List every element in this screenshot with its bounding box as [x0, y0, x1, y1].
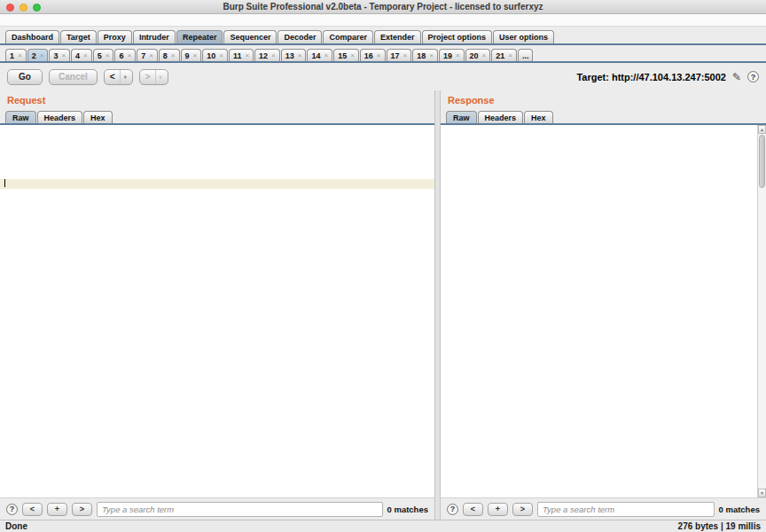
chevron-down-icon[interactable]: ▾ [120, 70, 127, 84]
close-tab-icon[interactable]: × [18, 51, 22, 59]
repeater-tab[interactable]: ... [518, 49, 534, 61]
scroll-down-icon[interactable]: ▼ [758, 489, 766, 497]
scroll-up-icon[interactable]: ▲ [758, 125, 766, 134]
search-prev-button[interactable]: < [22, 503, 43, 516]
close-tab-icon[interactable]: × [482, 51, 487, 59]
repeater-tab[interactable]: 12× [254, 49, 280, 61]
repeater-tab[interactable]: 20× [465, 49, 491, 61]
close-tab-icon[interactable]: × [350, 51, 355, 59]
response-view-tab[interactable]: Hex [524, 111, 553, 123]
code-line [0, 179, 434, 189]
repeater-tab[interactable]: 21× [491, 49, 517, 61]
search-add-button[interactable]: + [488, 503, 508, 516]
close-tab-icon[interactable]: × [508, 51, 512, 59]
split-divider[interactable] [434, 90, 441, 520]
close-tab-icon[interactable]: × [40, 51, 44, 59]
main-tab[interactable]: Project options [422, 30, 493, 43]
vertical-scrollbar[interactable]: ▲ ▼ [757, 125, 766, 497]
main-tab[interactable]: Sequencer [223, 30, 277, 43]
close-tab-icon[interactable]: × [377, 51, 381, 59]
repeater-tab-label: 14 [311, 51, 320, 60]
repeater-tab-label: ... [522, 51, 529, 60]
repeater-tab[interactable]: 4× [71, 49, 92, 61]
response-panel: Response Raw Headers Hex [441, 90, 766, 520]
main-tab[interactable]: User options [493, 30, 554, 43]
cancel-button[interactable]: Cancel [49, 69, 98, 85]
main-tab-label: Dashboard [12, 33, 53, 42]
close-tab-icon[interactable]: × [106, 51, 110, 59]
code-line [441, 145, 756, 153]
search-help-icon[interactable]: ? [6, 504, 18, 515]
scrollbar-track[interactable] [758, 134, 766, 489]
close-tab-icon[interactable]: × [429, 51, 434, 59]
repeater-tab[interactable]: 17× [387, 49, 412, 61]
close-tab-icon[interactable]: × [324, 51, 328, 59]
repeater-tab[interactable]: 19× [439, 49, 465, 61]
close-tab-icon[interactable]: × [127, 51, 131, 59]
repeater-tab[interactable]: 14× [307, 49, 332, 61]
search-add-button[interactable]: + [47, 503, 67, 516]
repeater-tab[interactable]: 10× [202, 49, 228, 61]
main-tab[interactable]: Extender [374, 30, 421, 43]
main-tab[interactable]: Dashboard [5, 30, 59, 43]
close-tab-icon[interactable]: × [171, 51, 176, 59]
repeater-tab-label: 17 [391, 51, 400, 60]
repeater-tab[interactable]: 15× [333, 49, 359, 61]
go-button[interactable]: Go [7, 69, 43, 85]
repeater-tab[interactable]: 7× [137, 49, 158, 61]
search-next-button[interactable]: > [512, 503, 533, 516]
repeater-tab[interactable]: 11× [229, 49, 254, 61]
repeater-tab[interactable]: 8× [159, 49, 180, 61]
request-view-tab[interactable]: Hex [83, 111, 113, 123]
close-tab-icon[interactable]: × [219, 51, 223, 59]
zoom-window-icon[interactable] [33, 4, 41, 12]
response-view-tab[interactable]: Raw [446, 111, 477, 123]
search-prev-button[interactable]: < [463, 503, 483, 516]
repeater-tab[interactable]: 3× [49, 49, 70, 61]
request-editor[interactable] [0, 125, 434, 497]
close-tab-icon[interactable]: × [403, 51, 408, 59]
chevron-down-icon[interactable]: ▾ [155, 70, 162, 84]
close-tab-icon[interactable]: × [83, 51, 88, 59]
minimize-window-icon[interactable] [20, 4, 27, 12]
close-tab-icon[interactable]: × [149, 51, 153, 59]
response-editor[interactable]: ▲ ▼ [441, 125, 766, 497]
history-back-button[interactable]: <▾ [104, 69, 133, 85]
close-tab-icon[interactable]: × [245, 51, 249, 59]
close-window-icon[interactable] [6, 4, 14, 12]
search-input[interactable] [97, 502, 383, 517]
repeater-tab[interactable]: 13× [281, 49, 307, 61]
search-help-icon[interactable]: ? [447, 504, 458, 515]
request-view-tabs: Raw Headers Hex [0, 108, 434, 125]
main-tab[interactable]: Repeater [176, 30, 223, 43]
repeater-tab[interactable]: 16× [360, 49, 386, 61]
search-next-button[interactable]: > [72, 503, 92, 516]
help-icon[interactable]: ? [747, 71, 759, 82]
search-input[interactable] [537, 502, 715, 517]
repeater-tab[interactable]: 6× [114, 49, 136, 61]
repeater-tab[interactable]: 9× [181, 49, 202, 61]
close-tab-icon[interactable]: × [456, 51, 460, 59]
main-tab[interactable]: Comparer [323, 30, 373, 43]
repeater-tab-label: 11 [233, 51, 242, 60]
close-tab-icon[interactable]: × [193, 51, 198, 59]
request-view-tab[interactable]: Headers [37, 111, 83, 123]
close-tab-icon[interactable]: × [61, 51, 66, 59]
main-tab[interactable]: Proxy [98, 30, 132, 43]
request-view-tab[interactable]: Raw [5, 111, 36, 123]
code-line [0, 162, 434, 171]
close-tab-icon[interactable]: × [271, 51, 276, 59]
edit-target-icon[interactable]: ✎ [732, 71, 741, 83]
scrollbar-thumb[interactable] [759, 135, 765, 188]
repeater-tab[interactable]: 18× [412, 49, 438, 61]
repeater-tab[interactable]: 5× [93, 49, 114, 61]
repeater-tab[interactable]: 2× [27, 49, 49, 61]
history-forward-button[interactable]: >▾ [139, 69, 168, 85]
close-tab-icon[interactable]: × [298, 51, 302, 59]
main-tab[interactable]: Intruder [133, 30, 176, 43]
main-tab[interactable]: Target [60, 30, 97, 43]
main-tab[interactable]: Decoder [277, 30, 322, 43]
text-caret [4, 179, 5, 187]
repeater-tab[interactable]: 1× [5, 49, 27, 61]
response-view-tab[interactable]: Headers [478, 111, 524, 123]
